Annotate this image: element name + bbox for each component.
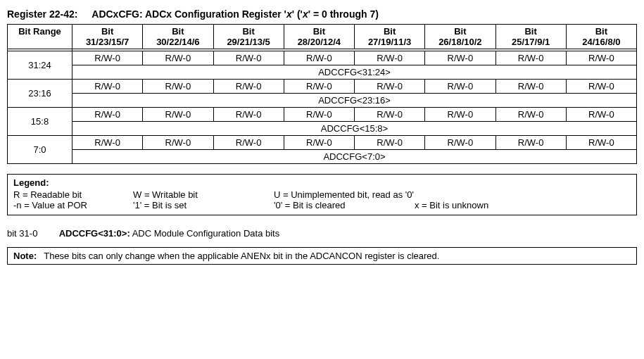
table-row: 7:0 R/W-0 R/W-0 R/W-0 R/W-0 R/W-0 R/W-0 … <box>8 136 637 150</box>
col-header: Bit31/23/15/7 <box>72 25 143 49</box>
table-header-row: Bit Range Bit31/23/15/7 Bit30/22/14/6 Bi… <box>8 25 637 49</box>
rw-cell: R/W-0 <box>213 136 284 150</box>
legend-title: Legend: <box>13 177 631 188</box>
col-header: Bit25/17/9/1 <box>495 25 566 49</box>
rw-cell: R/W-0 <box>284 136 354 150</box>
bit-range-header: Bit Range <box>8 25 72 49</box>
rw-cell: R/W-0 <box>72 80 143 94</box>
bit-desc-text: ADC Module Configuration Data bits <box>130 228 279 239</box>
bit-range-cell: 15:8 <box>8 108 72 136</box>
rw-cell: R/W-0 <box>425 80 495 94</box>
register-name-text: ADCxCFG: ADCx Configuration Register ' <box>91 8 286 20</box>
table-row: ADCCFG<23:16> <box>8 94 637 108</box>
rw-cell: R/W-0 <box>72 136 143 150</box>
legend-bit-cleared: '0' = Bit is cleared <box>274 200 415 210</box>
rw-cell: R/W-0 <box>566 80 636 94</box>
rw-cell: R/W-0 <box>213 80 284 94</box>
rw-cell: R/W-0 <box>566 108 636 122</box>
register-title: Register 22-42: ADCxCFG: ADCx Configurat… <box>7 8 637 20</box>
table-row: ADCCFG<7:0> <box>8 150 637 164</box>
bit-desc-range: bit 31-0 <box>7 228 56 239</box>
rw-cell: R/W-0 <box>284 80 354 94</box>
table-row: 31:24 R/W-0 R/W-0 R/W-0 R/W-0 R/W-0 R/W-… <box>8 51 637 65</box>
rw-cell: R/W-0 <box>495 80 566 94</box>
bit-description: bit 31-0 ADCCFG<31:0>: ADC Module Config… <box>7 228 637 239</box>
col-header: Bit26/18/10/2 <box>425 25 495 49</box>
note-box: Note:These bits can only change when the… <box>7 247 637 265</box>
register-name-paren1: ' (' <box>292 8 303 20</box>
register-number: Register 22-42: <box>7 8 77 20</box>
col-header: Bit30/22/14/6 <box>143 25 213 49</box>
rw-cell: R/W-0 <box>425 136 495 150</box>
rw-cell: R/W-0 <box>213 108 284 122</box>
legend-box: Legend: R = Readable bit W = Writable bi… <box>7 174 637 215</box>
rw-cell: R/W-0 <box>284 108 354 122</box>
rw-cell: R/W-0 <box>72 51 143 65</box>
legend-row: -n = Value at POR '1' = Bit is set '0' =… <box>13 200 631 210</box>
note-label: Note: <box>13 251 37 261</box>
register-name-paren2: ' = 0 through 7) <box>308 8 379 20</box>
register-name: ADCxCFG: ADCx Configuration Register 'x'… <box>91 8 379 20</box>
note-text: These bits can only change when the appl… <box>44 251 439 261</box>
field-cell: ADCCFG<7:0> <box>72 150 637 164</box>
rw-cell: R/W-0 <box>143 136 213 150</box>
rw-cell: R/W-0 <box>355 136 425 150</box>
col-header: Bit28/20/12/4 <box>284 25 354 49</box>
col-header: Bit24/16/8/0 <box>566 25 636 49</box>
rw-cell: R/W-0 <box>143 51 213 65</box>
table-row: 15:8 R/W-0 R/W-0 R/W-0 R/W-0 R/W-0 R/W-0… <box>8 108 637 122</box>
field-cell: ADCCFG<15:8> <box>72 122 637 136</box>
register-name-x1: x <box>286 8 292 20</box>
rw-cell: R/W-0 <box>355 80 425 94</box>
rw-cell: R/W-0 <box>143 108 213 122</box>
rw-cell: R/W-0 <box>425 51 495 65</box>
rw-cell: R/W-0 <box>566 136 636 150</box>
legend-readable: R = Readable bit <box>13 189 133 200</box>
rw-cell: R/W-0 <box>355 108 425 122</box>
field-cell: ADCCFG<31:24> <box>72 65 637 80</box>
bit-range-cell: 31:24 <box>8 51 72 80</box>
rw-cell: R/W-0 <box>143 80 213 94</box>
legend-bit-unknown: x = Bit is unknown <box>415 200 488 210</box>
legend-por: -n = Value at POR <box>13 200 133 210</box>
rw-cell: R/W-0 <box>425 108 495 122</box>
table-row: ADCCFG<31:24> <box>8 65 637 80</box>
col-header: Bit29/21/13/5 <box>213 25 284 49</box>
rw-cell: R/W-0 <box>495 108 566 122</box>
field-cell: ADCCFG<23:16> <box>72 94 637 108</box>
rw-cell: R/W-0 <box>566 51 636 65</box>
rw-cell: R/W-0 <box>355 51 425 65</box>
rw-cell: R/W-0 <box>284 51 354 65</box>
legend-writable: W = Writable bit <box>133 189 274 200</box>
bit-desc-name: ADCCFG<31:0>: <box>59 228 130 239</box>
table-row: 23:16 R/W-0 R/W-0 R/W-0 R/W-0 R/W-0 R/W-… <box>8 80 637 94</box>
legend-row: R = Readable bit W = Writable bit U = Un… <box>13 189 631 200</box>
rw-cell: R/W-0 <box>495 136 566 150</box>
register-table: Bit Range Bit31/23/15/7 Bit30/22/14/6 Bi… <box>7 24 637 164</box>
col-header: Bit27/19/11/3 <box>355 25 425 49</box>
table-row: ADCCFG<15:8> <box>8 122 637 136</box>
legend-bit-set: '1' = Bit is set <box>133 200 274 210</box>
bit-range-cell: 7:0 <box>8 136 72 164</box>
rw-cell: R/W-0 <box>72 108 143 122</box>
rw-cell: R/W-0 <box>495 51 566 65</box>
rw-cell: R/W-0 <box>213 51 284 65</box>
register-name-x2: x <box>303 8 308 20</box>
bit-range-cell: 23:16 <box>8 80 72 108</box>
legend-unimplemented: U = Unimplemented bit, read as '0' <box>274 189 471 200</box>
